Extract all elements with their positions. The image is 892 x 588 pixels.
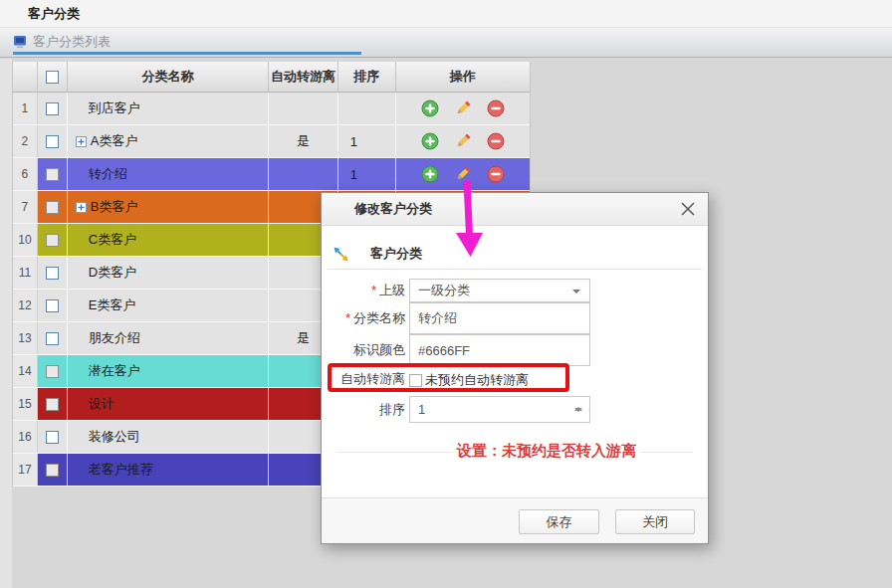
row-checkbox-cell — [38, 454, 68, 486]
header-auto-transfer: 自动转游离 — [269, 62, 338, 92]
close-icon[interactable] — [680, 201, 696, 217]
header-row-number — [13, 62, 38, 92]
chevron-down-icon — [572, 290, 580, 297]
row-checkbox-cell — [38, 125, 68, 157]
category-name: 到店客户 — [89, 99, 140, 117]
header-operations: 操作 — [396, 62, 530, 92]
category-name-cell: 到店客户 — [68, 93, 269, 124]
row-number: 16 — [13, 421, 38, 453]
auto-transfer-value — [269, 93, 338, 124]
row-checkbox[interactable] — [46, 135, 59, 148]
parent-select-value: 一级分类 — [418, 282, 470, 299]
parent-select[interactable]: 一级分类 — [409, 279, 590, 302]
category-name: B类客户 — [91, 198, 138, 216]
row-checkbox-cell — [38, 355, 68, 387]
table-header-row: 分类名称 自动转游离 排序 操作 — [13, 62, 530, 93]
row-number: 14 — [13, 355, 38, 387]
close-button[interactable]: 关闭 — [615, 509, 695, 534]
category-name: A类客户 — [91, 132, 138, 150]
row-checkbox-cell — [38, 191, 68, 223]
expand-icon[interactable] — [76, 202, 87, 213]
tab-customer-category[interactable]: 客户分类 — [28, 0, 80, 28]
row-number: 1 — [13, 93, 38, 124]
edit-icon[interactable] — [454, 99, 472, 117]
row-checkbox-cell — [38, 224, 68, 256]
sub-tab-bar: 客户分类列表 — [0, 28, 892, 58]
row-checkbox[interactable] — [46, 102, 59, 115]
row-number: 2 — [13, 125, 38, 157]
row-number: 13 — [13, 322, 38, 354]
required-mark: * — [371, 283, 376, 297]
delete-icon[interactable] — [487, 99, 505, 117]
dialog-section-label: 客户分类 — [370, 245, 422, 263]
section-arrows-icon — [333, 246, 349, 263]
dialog-title-bar[interactable]: 修改客户分类 — [322, 193, 708, 226]
add-icon[interactable] — [421, 165, 439, 183]
row-number: 10 — [13, 224, 38, 256]
row-checkbox[interactable] — [46, 201, 59, 214]
category-name: 设计 — [89, 395, 114, 413]
row-checkbox[interactable] — [46, 398, 59, 411]
category-name: D类客户 — [89, 264, 136, 282]
dialog-footer: 保存 关闭 — [322, 497, 708, 543]
category-name-cell: A类客户 — [68, 125, 269, 157]
spinner-down-icon[interactable] — [574, 408, 582, 416]
category-name: 转介绍 — [89, 165, 127, 183]
row-checkbox-cell — [38, 290, 68, 321]
row-checkbox[interactable] — [46, 365, 59, 378]
add-icon[interactable] — [421, 99, 439, 117]
app-screen: 客户分类 客户分类列表 分类名称 自动转游离 排序 操作 1 — [0, 0, 892, 588]
top-tab-bar: 客户分类 — [0, 0, 892, 28]
required-mark: * — [345, 310, 350, 325]
row-checkbox[interactable] — [46, 299, 59, 312]
sort-value: 1 — [338, 158, 396, 190]
parent-field-label: *上级 — [322, 279, 405, 302]
row-checkbox-cell — [38, 158, 68, 190]
category-name-cell: D类客户 — [68, 257, 269, 289]
category-name: C类客户 — [89, 231, 136, 249]
color-input[interactable] — [418, 343, 567, 358]
row-checkbox[interactable] — [46, 464, 59, 477]
row-checkbox-cell — [38, 322, 68, 354]
annotation-arrow — [448, 177, 492, 263]
edit-icon[interactable] — [454, 132, 472, 150]
dialog-title: 修改客户分类 — [354, 193, 432, 225]
row-number: 7 — [13, 191, 38, 223]
annotation-note: 设置：未预约是否转入游离 — [452, 442, 641, 461]
category-name-cell: E类客户 — [68, 290, 269, 321]
category-name-cell: B类客户 — [68, 191, 269, 223]
name-field-label: *分类名称 — [322, 302, 405, 334]
sort-input[interactable] — [418, 402, 567, 417]
category-name: E类客户 — [89, 296, 136, 314]
category-name-cell: 老客户推荐 — [68, 454, 269, 486]
row-checkbox[interactable] — [46, 431, 59, 444]
category-name: 朋友介绍 — [89, 329, 140, 347]
active-tab-underline — [13, 52, 361, 55]
delete-icon[interactable] — [487, 132, 505, 150]
expand-icon[interactable] — [76, 136, 87, 147]
row-checkbox-cell — [38, 421, 68, 453]
header-sort: 排序 — [338, 62, 396, 92]
name-input[interactable] — [418, 311, 567, 326]
section-divider — [328, 269, 702, 270]
header-checkbox-cell — [38, 62, 68, 92]
row-checkbox[interactable] — [46, 168, 59, 181]
left-margin-strip — [0, 59, 12, 588]
row-checkbox[interactable] — [46, 332, 59, 345]
color-input-wrap — [409, 334, 590, 366]
table-row: 1 到店客户 — [13, 93, 530, 125]
header-category-name: 分类名称 — [68, 62, 269, 92]
subtab-customer-category-list[interactable]: 客户分类列表 — [13, 28, 111, 55]
list-window-icon — [13, 35, 27, 49]
category-name-cell: 朋友介绍 — [68, 322, 269, 354]
save-button[interactable]: 保存 — [519, 509, 599, 534]
select-all-checkbox[interactable] — [46, 71, 59, 84]
row-checkbox[interactable] — [46, 267, 59, 280]
category-name: 装修公司 — [89, 428, 140, 446]
sort-field-label: 排序 — [322, 396, 405, 423]
row-number: 15 — [13, 388, 38, 420]
row-actions — [396, 125, 530, 157]
category-name-cell: 设计 — [68, 388, 269, 420]
row-checkbox[interactable] — [46, 234, 59, 247]
add-icon[interactable] — [421, 132, 439, 150]
